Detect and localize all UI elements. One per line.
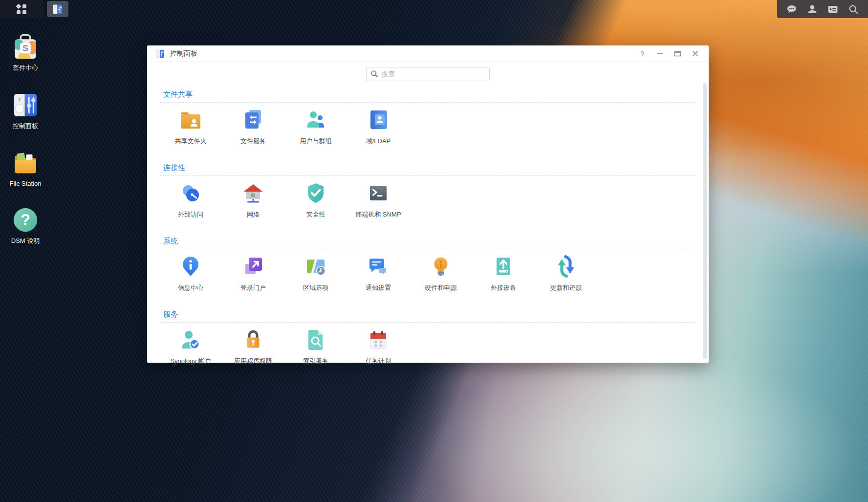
user-menu-button[interactable] [806,3,818,15]
cp-item-login-portal[interactable]: 登录门户 [222,255,284,292]
cp-item-label: Synology 帐户 [170,357,211,366]
cp-item-label: 外接设备 [491,284,516,292]
search-button[interactable] [847,3,859,15]
cp-item-regional-options[interactable]: 区域选项 [284,255,347,292]
window-help-button[interactable]: ? [639,50,646,57]
section-connectivity: 连接性 外部访问 [159,163,696,232]
main-menu-button[interactable] [16,3,27,15]
cp-item-label: 安全性 [306,210,326,219]
file-station-icon [11,149,40,177]
search-row [147,62,709,86]
section-system: 系统 信息中心 [159,236,696,306]
cp-item-external-access[interactable]: 外部访问 [159,181,222,219]
widgets-icon [827,3,839,15]
desktop-icon-label: 套件中心 [13,64,38,72]
help-icon: ? [639,50,646,57]
cp-item-label: 硬件和电源 [425,284,457,292]
cp-item-terminal-snmp[interactable]: 终端机和 SNMP [347,181,410,219]
cp-item-label: 域/LDAP [366,137,391,146]
cp-item-external-devices[interactable]: 外接设备 [472,255,535,292]
cp-item-label: 索引服务 [303,357,328,366]
cp-item-user-group[interactable]: 用户与群组 [284,108,347,146]
window-title: 控制面板 [170,49,639,58]
synology-account-icon [179,328,202,351]
section-services: 服务 Synology 帐户 [159,309,696,379]
cp-item-indexing-service[interactable]: 索引服务 [284,328,347,366]
window-title-icon [155,49,165,59]
package-center-icon: S [11,33,40,61]
cp-item-info-center[interactable]: 信息中心 [159,255,222,292]
external-devices-icon [492,255,515,278]
info-center-icon [179,255,202,278]
cp-item-label: 用户与群组 [300,137,332,146]
search-input[interactable] [366,67,490,81]
desktop-icon-label: 控制面板 [13,122,38,131]
cp-item-label: 通知设置 [366,284,391,292]
cp-item-app-privileges[interactable]: 应用程序权限 [222,328,284,366]
cp-item-network[interactable]: 网络 [222,181,284,219]
section-file-sharing: 文件共享 共享文件夹 [159,89,696,159]
cp-item-label: 任务计划 [366,357,391,366]
notifications-button[interactable] [786,3,798,15]
cp-item-hardware-power[interactable]: 硬件和电源 [410,255,472,292]
cp-item-synology-account[interactable]: Synology 帐户 [159,328,222,366]
window-scrollbar-thumb[interactable] [703,83,707,359]
shared-folder-icon [179,108,202,131]
taskbar-control-panel-button[interactable] [47,1,68,17]
section-title: 连接性 [163,163,693,173]
app-privileges-icon [241,328,265,351]
window-content: 文件共享 共享文件夹 [147,89,709,379]
svg-text:?: ? [641,50,645,57]
indexing-service-icon [304,328,327,351]
control-panel-window: 控制面板 ? [147,45,709,363]
security-icon [304,181,327,205]
close-icon [692,50,699,57]
cp-item-notification[interactable]: 通知设置 [347,255,410,292]
svg-text:S: S [22,44,28,53]
search-icon [847,3,859,15]
chat-icon [786,3,798,15]
regional-options-icon [304,255,327,278]
desktop-icon-dsm-help[interactable]: ? DSM 说明 [2,206,49,245]
desktop-icon-column: S 套件中心 控制面板 File Station [2,33,49,245]
minimize-icon [656,50,664,57]
external-access-icon [179,181,202,205]
maximize-icon [674,50,681,57]
desktop-icon-control-panel[interactable]: 控制面板 [2,91,49,131]
cp-item-label: 区域选项 [303,284,328,292]
cp-item-label: 外部访问 [178,210,203,219]
cp-item-file-services[interactable]: 文件服务 [222,108,284,146]
notification-icon [367,255,390,278]
desktop-icon-label: File Station [9,180,41,187]
terminal-snmp-icon [367,181,390,205]
main-menu-icon [16,2,27,17]
section-title: 文件共享 [163,89,693,99]
cp-item-label: 信息中心 [178,284,203,292]
cp-item-domain-ldap[interactable]: 域/LDAP [347,108,410,146]
cp-item-security[interactable]: 安全性 [284,181,347,219]
cp-item-task-scheduler[interactable]: 任务计划 [347,328,410,366]
user-icon [806,3,818,15]
desktop-icon-package-center[interactable]: S 套件中心 [2,33,49,72]
window-maximize-button[interactable] [674,50,681,57]
window-minimize-button[interactable] [656,50,664,57]
desktop-icon-file-station[interactable]: File Station [2,149,49,187]
cp-item-label: 共享文件夹 [175,137,207,146]
task-scheduler-icon [367,328,390,351]
control-panel-taskbar-icon [52,3,64,15]
section-title: 服务 [163,309,693,319]
network-icon [241,181,265,205]
window-controls: ? [639,50,699,57]
login-portal-icon [241,255,265,278]
cp-item-label: 终端机和 SNMP [355,210,401,219]
taskbar-right-group [777,0,868,18]
cp-item-label: 网络 [247,210,260,219]
control-panel-icon [11,91,40,119]
cp-item-update-restore[interactable]: 更新和还原 [535,255,597,292]
widgets-button[interactable] [827,3,839,15]
cp-item-shared-folder[interactable]: 共享文件夹 [159,108,222,146]
window-close-button[interactable] [692,50,699,57]
desktop-icon-label: DSM 说明 [11,237,40,245]
file-services-icon [241,108,265,131]
svg-text:?: ? [21,211,30,229]
